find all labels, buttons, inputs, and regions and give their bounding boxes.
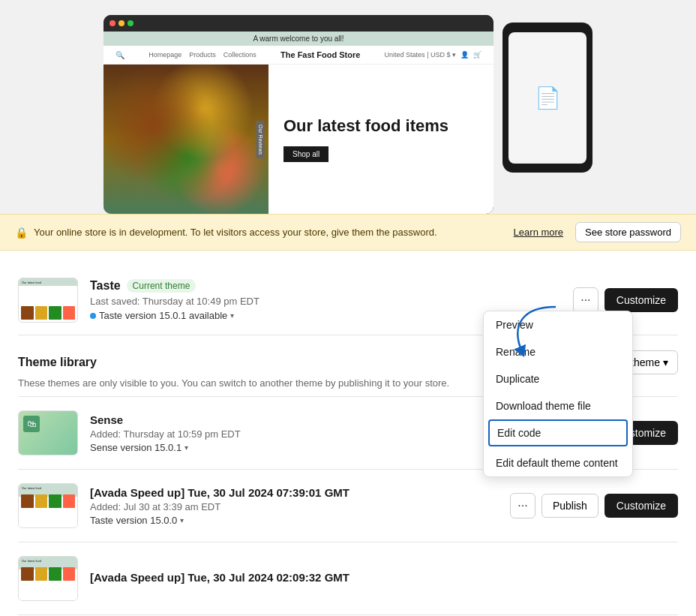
mobile-preview: 📄 xyxy=(502,23,592,173)
dev-banner: 🔒 Your online store is in development. T… xyxy=(0,214,696,251)
thumb-text: Our latest food xyxy=(19,278,77,287)
mobile-doc-icon: 📄 xyxy=(535,86,561,110)
browser-bar xyxy=(104,15,494,32)
avada1-thumb-text: Our latest food xyxy=(19,484,77,493)
avada2-thumbnail: Our latest food xyxy=(18,556,78,601)
desktop-preview: A warm welcome to you all! 🔍 Homepage Pr… xyxy=(104,15,494,214)
nav-right: United States | USD $ ▾ 👤 🛒 xyxy=(385,51,482,59)
avada2-name: [Avada Speed up] Tue, 30 Jul 2024 02:09:… xyxy=(90,571,678,584)
browser-dot-minimize xyxy=(118,20,124,26)
avada1-more-dots-icon: ··· xyxy=(518,499,527,512)
store-hero: Our Reviews Our latest food items Shop a… xyxy=(104,65,494,214)
avada1-thumbnail: Our latest food xyxy=(18,483,78,528)
thumb-grid xyxy=(19,305,77,321)
sense-thumbnail: 🛍 xyxy=(18,410,78,455)
avada2-grid-3 xyxy=(49,567,62,581)
dropdown-item-download[interactable]: Download theme file xyxy=(484,392,632,419)
current-theme-more-button[interactable]: ··· xyxy=(573,287,598,313)
avada1-more-button[interactable]: ··· xyxy=(510,493,536,518)
side-tab: Our Reviews xyxy=(256,120,264,158)
thumb-grid-item-2 xyxy=(35,306,48,320)
banner-message: Your online store is in development. To … xyxy=(34,227,508,238)
avada1-grid-2 xyxy=(35,494,48,508)
arrow-indicator xyxy=(507,303,567,365)
avada2-thumb-grid xyxy=(19,566,77,582)
lock-icon: 🔒 xyxy=(15,227,28,239)
thumb-grid-item-1 xyxy=(21,306,34,320)
sense-thumb-icon: 🛍 xyxy=(23,416,40,432)
dropdown-item-edit-code[interactable]: Edit code xyxy=(488,419,628,446)
store-nav: 🔍 Homepage Products Collections The Fast… xyxy=(104,46,494,65)
current-theme-customize-button[interactable]: Customize xyxy=(604,288,678,312)
dropdown-item-duplicate[interactable]: Duplicate xyxy=(484,365,632,392)
avada1-version-chevron-icon: ▾ xyxy=(180,516,184,524)
theme-name-row: Taste Current theme xyxy=(90,279,561,293)
dropdown-item-edit-content[interactable]: Edit default theme content xyxy=(484,449,632,476)
avada2-grid-2 xyxy=(35,567,48,581)
avada2-info: [Avada Speed up] Tue, 30 Jul 2024 02:09:… xyxy=(90,571,678,586)
library-theme-avada1: Our latest food [Avada Speed up] Tue, 30… xyxy=(18,470,678,542)
hero-image: Our Reviews xyxy=(104,65,268,214)
food-photo xyxy=(104,65,268,214)
avada1-added: Added: Jul 30 at 3:39 am EDT xyxy=(90,501,498,512)
store-preview: A warm welcome to you all! 🔍 Homepage Pr… xyxy=(0,0,696,214)
nav-products: Products xyxy=(189,51,216,59)
avada1-version: Taste version 15.0.0 xyxy=(90,515,177,526)
nav-homepage: Homepage xyxy=(148,51,182,59)
learn-more-link[interactable]: Learn more xyxy=(514,227,563,238)
current-theme-section: Our latest food Taste Current theme Last… xyxy=(18,266,678,335)
browser-dot-maximize xyxy=(128,20,134,26)
avada1-version-row: Taste version 15.0.0 ▾ xyxy=(90,515,498,526)
theme-name: Taste xyxy=(90,279,121,293)
current-theme-badge: Current theme xyxy=(127,279,196,293)
more-dots-icon: ··· xyxy=(580,293,590,307)
search-icon: 🔍 xyxy=(116,51,124,59)
cart-icon: 🛒 xyxy=(473,51,482,59)
store-announcement: A warm welcome to you all! xyxy=(104,32,494,46)
nav-collections: Collections xyxy=(224,51,256,59)
sense-version: Sense version 15.0.1 xyxy=(90,442,182,453)
sense-version-chevron-icon: ▾ xyxy=(184,443,188,452)
browser-content: A warm welcome to you all! 🔍 Homepage Pr… xyxy=(104,32,494,214)
thumb-grid-item-4 xyxy=(63,306,76,320)
nav-links: Homepage Products Collections xyxy=(148,51,256,59)
avada1-grid-1 xyxy=(21,494,34,508)
avada2-thumb-bg: Our latest food xyxy=(19,557,77,600)
locale-selector: United States | USD $ ▾ xyxy=(385,51,456,59)
browser-dot-close xyxy=(110,20,116,26)
avada1-grid-4 xyxy=(63,494,76,508)
sense-thumb-bg: 🛍 xyxy=(19,411,77,455)
thumb-grid-item-3 xyxy=(49,306,62,320)
store-name: The Fast Food Store xyxy=(280,50,360,59)
theme-saved-time: Last saved: Thursday at 10:49 pm EDT xyxy=(90,296,561,307)
account-icon: 👤 xyxy=(460,51,469,59)
theme-version-text: Taste version 15.0.1 available xyxy=(99,310,227,321)
avada1-thumb-grid xyxy=(19,493,77,509)
avada1-actions: ··· Publish Customize xyxy=(510,493,678,518)
see-password-button[interactable]: See store password xyxy=(575,222,681,242)
version-indicator-dot xyxy=(90,313,96,319)
theme-library-title: Theme library xyxy=(18,356,97,369)
main-content: Our latest food Taste Current theme Last… xyxy=(0,251,696,616)
version-chevron-icon: ▾ xyxy=(230,311,234,320)
avada2-grid-4 xyxy=(63,567,76,581)
avada1-publish-button[interactable]: Publish xyxy=(542,494,598,518)
avada1-name: [Avada Speed up] Tue, 30 Jul 2024 07:39:… xyxy=(90,486,498,499)
avada1-customize-button[interactable]: Customize xyxy=(604,494,678,518)
library-theme-avada2: Our latest food [Avada Speed up] Tue, 30… xyxy=(18,542,678,615)
add-theme-chevron-icon: ▾ xyxy=(663,356,668,368)
avada1-thumb-bg: Our latest food xyxy=(19,484,77,527)
mobile-content: 📄 xyxy=(508,32,586,164)
shop-all-button[interactable]: Shop all xyxy=(284,146,328,162)
avada2-grid-1 xyxy=(21,567,34,581)
avada2-thumb-text: Our latest food xyxy=(19,557,77,566)
hero-title: Our latest food items xyxy=(284,116,478,136)
current-theme-thumbnail: Our latest food xyxy=(18,278,78,323)
avada1-info: [Avada Speed up] Tue, 30 Jul 2024 07:39:… xyxy=(90,486,498,526)
current-theme-actions: ··· Customize xyxy=(573,287,678,313)
avada1-grid-3 xyxy=(49,494,62,508)
thumb-main: Our latest food xyxy=(19,278,77,305)
hero-text: Our latest food items Shop all xyxy=(268,65,494,214)
